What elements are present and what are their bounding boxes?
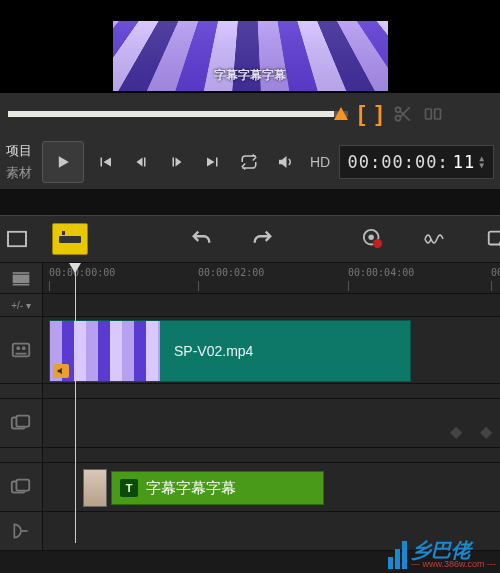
watermark-url: --- www.386w.com --- xyxy=(411,560,496,569)
storyboard-view-button[interactable] xyxy=(0,224,34,254)
track-header-icon[interactable] xyxy=(0,263,43,293)
video-clip-label: SP-V02.mp4 xyxy=(160,343,410,359)
title-clip[interactable]: T 字幕字幕字幕 xyxy=(111,471,324,505)
svg-rect-14 xyxy=(13,284,30,286)
cut-icon[interactable] xyxy=(393,104,413,124)
next-frame-button[interactable] xyxy=(162,147,192,177)
volume-button[interactable] xyxy=(270,147,300,177)
voice-track-header[interactable] xyxy=(0,512,43,550)
overlay-lane[interactable]: ◆ ◆ xyxy=(43,399,500,447)
svg-rect-18 xyxy=(16,353,27,355)
svg-point-8 xyxy=(368,234,374,240)
video-clip[interactable]: SP-V02.mp4 xyxy=(49,320,411,382)
timecode-main: 00:00:00: xyxy=(348,152,449,172)
audio-mixer-button[interactable] xyxy=(418,224,452,254)
hd-label[interactable]: HD xyxy=(310,154,330,170)
record-button[interactable] xyxy=(356,224,390,254)
transport-bar: 项目 素材 HD 00:00:00:11 ▲▼ xyxy=(0,135,500,189)
svg-rect-5 xyxy=(59,236,81,243)
title-clip-text: 字幕字幕字幕 xyxy=(146,479,236,498)
ruler-tick: 00:00:02:00 xyxy=(198,267,264,278)
mode-clip-label[interactable]: 素材 xyxy=(6,164,32,182)
go-start-button[interactable] xyxy=(90,147,120,177)
watermark: 乡巴佬 --- www.386w.com --- xyxy=(388,540,496,569)
timeline-ruler[interactable]: 00:00:00:00 00:00:02:00 00:00:04:00 00 xyxy=(43,263,500,293)
video-track-header[interactable] xyxy=(0,317,43,383)
title-track-header[interactable] xyxy=(0,463,43,511)
play-button[interactable] xyxy=(42,141,84,183)
timecode-display[interactable]: 00:00:00:11 ▲▼ xyxy=(339,145,494,179)
ruler-tick: 00:00:00:00 xyxy=(49,267,115,278)
undo-button[interactable] xyxy=(184,224,218,254)
timecode-frames: 11 xyxy=(453,152,475,172)
prev-frame-button[interactable] xyxy=(126,147,156,177)
title-badge: T xyxy=(120,479,138,497)
svg-rect-20 xyxy=(16,416,29,427)
watermark-text: 乡巴佬 xyxy=(411,540,471,560)
svg-rect-3 xyxy=(434,109,440,119)
svg-rect-6 xyxy=(62,231,65,235)
svg-point-17 xyxy=(22,346,26,350)
timecode-stepper[interactable]: ▲▼ xyxy=(479,155,485,169)
loop-button[interactable] xyxy=(234,147,264,177)
svg-rect-2 xyxy=(425,109,431,119)
svg-rect-10 xyxy=(489,232,500,245)
timeline-toolbar xyxy=(0,215,500,263)
svg-rect-13 xyxy=(13,272,30,274)
ruler-tick: 00:00:04:00 xyxy=(348,267,414,278)
preview-overlay-text: 字幕字幕字幕 xyxy=(113,67,388,84)
scrub-playhead[interactable] xyxy=(334,107,348,120)
svg-point-9 xyxy=(373,239,382,248)
timeline-ruler-row: 00:00:00:00 00:00:02:00 00:00:04:00 00 xyxy=(0,263,500,294)
svg-rect-12 xyxy=(13,275,30,283)
timeline-view-button[interactable] xyxy=(52,223,88,255)
mode-project-label[interactable]: 项目 xyxy=(6,142,32,160)
scrub-bar: [ ] xyxy=(0,92,500,135)
lane-marker-icon: ◆ xyxy=(480,422,492,441)
preview-frame[interactable]: 字幕字幕字幕 xyxy=(113,0,388,92)
timeline-playhead[interactable] xyxy=(75,263,76,543)
zoom-control[interactable]: +/- ▾ xyxy=(0,294,43,316)
svg-rect-22 xyxy=(16,480,29,491)
mode-labels[interactable]: 项目 素材 xyxy=(6,142,36,182)
mark-in-button[interactable]: [ xyxy=(358,101,365,127)
mark-out-button[interactable]: ] xyxy=(375,101,382,127)
split-icon[interactable] xyxy=(423,104,443,124)
ruler-tick: 00 xyxy=(491,267,500,278)
auto-music-button[interactable] xyxy=(480,224,500,254)
svg-rect-4 xyxy=(8,232,26,246)
redo-button[interactable] xyxy=(246,224,280,254)
title-clip-thumb[interactable] xyxy=(83,469,107,507)
preview-panel: 字幕字幕字幕 xyxy=(0,0,500,92)
speaker-icon xyxy=(53,364,69,378)
overlay-track-header[interactable] xyxy=(0,399,43,447)
lane-marker-icon: ◆ xyxy=(450,422,462,441)
scrub-track[interactable] xyxy=(8,111,348,117)
clip-thumbnail xyxy=(50,321,160,381)
svg-point-16 xyxy=(16,346,20,350)
go-end-button[interactable] xyxy=(198,147,228,177)
